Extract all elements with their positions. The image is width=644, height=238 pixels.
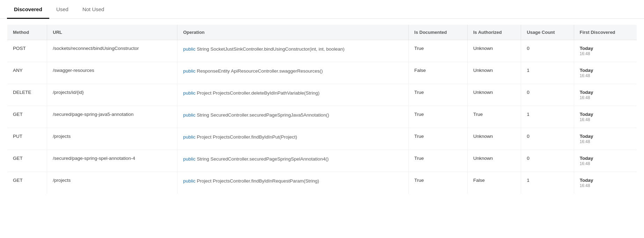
cell-first-discovered: Today16:48: [574, 172, 637, 194]
cell-is-documented: True: [409, 84, 468, 106]
col-usage-count: Usage Count: [521, 25, 574, 40]
first-discovered-date: Today: [580, 90, 631, 95]
cell-usage-count: 1: [521, 172, 574, 194]
cell-first-discovered: Today16:48: [574, 128, 637, 150]
cell-usage-count: 0: [521, 84, 574, 106]
cell-operation: public Project ProjectsController.findBy…: [177, 128, 409, 150]
table-row: POST/sockets/reconnect/bindUsingConstruc…: [7, 40, 637, 62]
cell-method: ANY: [7, 62, 47, 84]
cell-first-discovered: Today16:48: [574, 62, 637, 84]
table-wrapper: Method URL Operation Is Documented Is Au…: [0, 19, 644, 200]
cell-url: /sockets/reconnect/bindUsingConstructor: [47, 40, 177, 62]
first-discovered-date: Today: [580, 178, 631, 183]
table-row: GET/projectspublic Project ProjectsContr…: [7, 172, 637, 194]
col-first-discovered: First Discovered: [574, 25, 637, 40]
first-discovered-date: Today: [580, 46, 631, 51]
cell-operation: public Project ProjectsController.delete…: [177, 84, 409, 106]
table-row: GET/secured/page-spring-java5-annotation…: [7, 106, 637, 128]
cell-is-documented: True: [409, 40, 468, 62]
col-method: Method: [7, 25, 47, 40]
first-discovered-date: Today: [580, 112, 631, 117]
cell-is-documented: False: [409, 62, 468, 84]
cell-url: /projects: [47, 172, 177, 194]
first-discovered-date: Today: [580, 156, 631, 161]
tab-discovered[interactable]: Discovered: [7, 0, 49, 19]
page-wrapper: Discovered Used Not Used Method URL Oper…: [0, 0, 644, 238]
cell-operation: public String SecuredController.securedP…: [177, 106, 409, 128]
first-discovered-time: 16:48: [580, 139, 590, 144]
first-discovered-time: 16:48: [580, 73, 590, 78]
tabs-bar: Discovered Used Not Used: [0, 0, 644, 19]
cell-url: /swagger-resources: [47, 62, 177, 84]
cell-is-documented: True: [409, 106, 468, 128]
cell-operation: public String SocketJustSinkController.b…: [177, 40, 409, 62]
first-discovered-time: 16:48: [580, 183, 590, 188]
cell-is-documented: True: [409, 172, 468, 194]
cell-is-documented: True: [409, 128, 468, 150]
cell-operation: public Project ProjectsController.findBy…: [177, 172, 409, 194]
cell-first-discovered: Today16:48: [574, 84, 637, 106]
first-discovered-time: 16:48: [580, 161, 590, 166]
first-discovered-time: 16:48: [580, 95, 590, 100]
cell-first-discovered: Today16:48: [574, 40, 637, 62]
cell-is-authorized: Unknown: [467, 84, 521, 106]
col-operation: Operation: [177, 25, 409, 40]
cell-is-authorized: Unknown: [467, 40, 521, 62]
cell-operation: public String SecuredController.securedP…: [177, 150, 409, 172]
cell-is-authorized: Unknown: [467, 150, 521, 172]
cell-method: GET: [7, 172, 47, 194]
cell-method: GET: [7, 150, 47, 172]
cell-method: GET: [7, 106, 47, 128]
cell-url: /secured/page-spring-spel-annotation-4: [47, 150, 177, 172]
cell-is-documented: True: [409, 150, 468, 172]
cell-usage-count: 1: [521, 62, 574, 84]
table-row: PUT/projectspublic Project ProjectsContr…: [7, 128, 637, 150]
first-discovered-date: Today: [580, 68, 631, 73]
cell-url: /projects: [47, 128, 177, 150]
cell-usage-count: 0: [521, 40, 574, 62]
col-is-documented: Is Documented: [409, 25, 468, 40]
tab-used[interactable]: Used: [49, 0, 75, 19]
tab-not-used[interactable]: Not Used: [75, 0, 111, 19]
col-is-authorized: Is Authorized: [467, 25, 521, 40]
table-row: DELETE/projects/id/{id}public Project Pr…: [7, 84, 637, 106]
cell-usage-count: 0: [521, 128, 574, 150]
col-url: URL: [47, 25, 177, 40]
cell-first-discovered: Today16:48: [574, 106, 637, 128]
table-row: ANY/swagger-resourcespublic ResponseEnti…: [7, 62, 637, 84]
cell-url: /secured/page-spring-java5-annotation: [47, 106, 177, 128]
cell-usage-count: 0: [521, 150, 574, 172]
endpoints-table: Method URL Operation Is Documented Is Au…: [7, 24, 637, 194]
table-header-row: Method URL Operation Is Documented Is Au…: [7, 25, 637, 40]
cell-usage-count: 1: [521, 106, 574, 128]
cell-method: PUT: [7, 128, 47, 150]
cell-first-discovered: Today16:48: [574, 150, 637, 172]
cell-url: /projects/id/{id}: [47, 84, 177, 106]
cell-is-authorized: Unknown: [467, 62, 521, 84]
cell-method: DELETE: [7, 84, 47, 106]
first-discovered-time: 16:48: [580, 117, 590, 122]
table-row: GET/secured/page-spring-spel-annotation-…: [7, 150, 637, 172]
cell-operation: public ResponseEntity ApiResourceControl…: [177, 62, 409, 84]
cell-is-authorized: False: [467, 172, 521, 194]
cell-is-authorized: True: [467, 106, 521, 128]
cell-is-authorized: Unknown: [467, 128, 521, 150]
first-discovered-date: Today: [580, 134, 631, 139]
first-discovered-time: 16:48: [580, 51, 590, 56]
cell-method: POST: [7, 40, 47, 62]
